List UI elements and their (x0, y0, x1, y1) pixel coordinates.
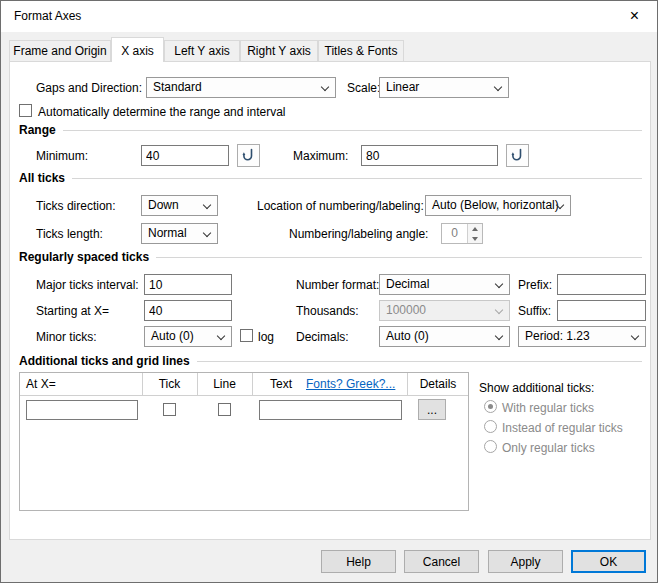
starting-at-input[interactable] (144, 300, 232, 321)
details-button[interactable]: ... (418, 399, 446, 420)
tab-x-axis[interactable]: X axis (111, 37, 164, 62)
minimum-input[interactable] (141, 145, 229, 166)
maximum-input[interactable] (361, 145, 498, 166)
radio-only-regular-ticks-label: Only regular ticks (502, 441, 595, 455)
column-header-atx: At X= (26, 377, 56, 391)
section-regular-ticks: Regularly spaced ticks (19, 250, 642, 264)
numbering-angle-value: 0 (442, 224, 467, 243)
log-label: log (258, 330, 274, 344)
section-rule (63, 130, 642, 131)
minimum-hook-button[interactable] (237, 144, 260, 167)
tab-left-y-axis[interactable]: Left Y axis (164, 40, 240, 62)
hook-icon (241, 148, 256, 163)
maximum-label: Maximum: (293, 149, 348, 163)
numbering-angle-label: Numbering/labeling angle: (289, 227, 428, 241)
chevron-down-icon (203, 201, 211, 209)
auto-range-label: Automatically determine the range and in… (38, 105, 285, 119)
ticks-direction-value: Down (148, 198, 179, 212)
range-header: Range (19, 123, 56, 137)
auto-range-checkbox[interactable] (19, 104, 32, 117)
tab-titles-fonts[interactable]: Titles & Fonts (318, 40, 404, 62)
chevron-down-icon (321, 83, 329, 91)
decimals-label: Decimals: (296, 330, 349, 344)
ticks-direction-label: Ticks direction: (36, 199, 116, 213)
minor-ticks-value: Auto (0) (151, 329, 194, 343)
scale-select[interactable]: Linear (379, 77, 509, 98)
thousands-value: 100000 (386, 303, 426, 317)
major-interval-input[interactable] (144, 274, 232, 295)
chevron-down-icon (494, 83, 502, 91)
gaps-and-direction-value: Standard (153, 80, 202, 94)
close-icon[interactable]: × (612, 1, 657, 32)
thousands-label: Thousands: (296, 304, 359, 318)
chevron-down-icon (631, 332, 639, 340)
minimum-label: Minimum: (36, 149, 88, 163)
suffix-label: Suffix: (518, 304, 551, 318)
spinner-buttons (467, 224, 482, 243)
thousands-select: 100000 (379, 300, 510, 321)
window-title: Format Axes (14, 1, 81, 32)
ok-button[interactable]: OK (571, 550, 646, 573)
tab-right-y-axis[interactable]: Right Y axis (240, 40, 318, 62)
titlebar: Format Axes × (1, 1, 657, 32)
prefix-input[interactable] (557, 274, 646, 295)
numbering-location-value: Auto (Below, horizontal) (432, 198, 559, 212)
spin-down-icon[interactable] (468, 234, 482, 244)
number-format-value: Decimal (386, 277, 429, 291)
cancel-button[interactable]: Cancel (404, 550, 479, 573)
column-header-line: Line (197, 377, 252, 391)
decimals-select[interactable]: Auto (0) (379, 326, 510, 347)
radio-only-regular-ticks[interactable] (484, 440, 497, 453)
scale-label: Scale: (347, 81, 380, 95)
section-rule (156, 257, 642, 258)
regular-ticks-header: Regularly spaced ticks (19, 250, 149, 264)
gaps-and-direction-select[interactable]: Standard (146, 77, 336, 98)
additional-ticks-table: At X= Tick Line Text Fonts? Greek?... De… (19, 372, 469, 511)
gaps-and-direction-label: Gaps and Direction: (36, 81, 142, 95)
minor-ticks-label: Minor ticks: (36, 330, 97, 344)
numbering-location-select[interactable]: Auto (Below, horizontal) (425, 195, 571, 216)
decimals-value: Auto (0) (386, 329, 429, 343)
starting-at-label: Starting at X= (36, 304, 109, 318)
additional-ticks-header: Additional ticks and grid lines (19, 354, 190, 368)
tick-text-input[interactable] (259, 400, 402, 420)
period-select[interactable]: Period: 1.23 (518, 326, 646, 347)
numbering-angle-stepper[interactable]: 0 (441, 223, 483, 244)
radio-with-regular-ticks-label: With regular ticks (502, 401, 594, 415)
numbering-location-label: Location of numbering/labeling: (257, 199, 424, 213)
chevron-down-icon (495, 280, 503, 288)
radio-instead-of-regular-ticks[interactable] (484, 420, 497, 433)
section-range: Range (19, 123, 642, 137)
fonts-greek-link[interactable]: Fonts? Greek?... (306, 377, 395, 391)
spin-up-icon[interactable] (468, 224, 482, 234)
column-header-text: Text (270, 377, 292, 391)
show-additional-ticks-label: Show additional ticks: (479, 381, 594, 395)
ticks-length-value: Normal (148, 226, 187, 240)
ticks-length-label: Ticks length: (36, 227, 103, 241)
maximum-hook-button[interactable] (506, 144, 529, 167)
log-checkbox[interactable] (240, 329, 253, 342)
minor-ticks-select[interactable]: Auto (0) (144, 326, 232, 347)
prefix-label: Prefix: (518, 278, 552, 292)
at-x-input[interactable] (26, 400, 138, 420)
help-button[interactable]: Help (321, 550, 396, 573)
scale-value: Linear (386, 80, 419, 94)
apply-button[interactable]: Apply (488, 550, 563, 573)
ticks-length-select[interactable]: Normal (141, 223, 218, 244)
section-rule (72, 178, 642, 179)
ticks-direction-select[interactable]: Down (141, 195, 218, 216)
section-all-ticks: All ticks (19, 171, 642, 185)
chevron-down-icon (495, 306, 503, 314)
radio-with-regular-ticks[interactable] (484, 400, 497, 413)
line-checkbox[interactable] (218, 403, 231, 416)
column-header-details: Details (407, 377, 469, 391)
tick-checkbox[interactable] (163, 403, 176, 416)
radio-instead-of-regular-ticks-label: Instead of regular ticks (502, 421, 623, 435)
suffix-input[interactable] (557, 300, 646, 321)
column-divider (252, 373, 253, 395)
period-value: Period: 1.23 (525, 329, 590, 343)
number-format-select[interactable]: Decimal (379, 274, 510, 295)
hook-icon (510, 148, 525, 163)
chevron-down-icon (495, 332, 503, 340)
tab-frame-and-origin[interactable]: Frame and Origin (9, 40, 111, 62)
